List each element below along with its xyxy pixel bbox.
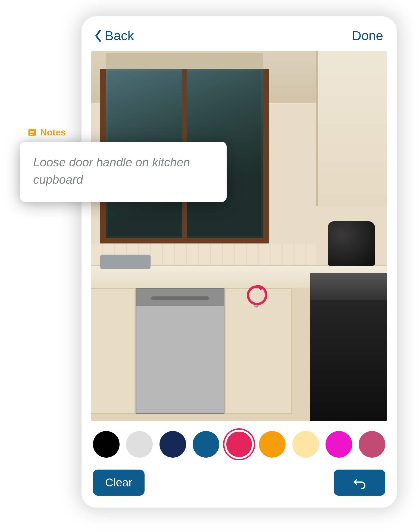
- editor-card: Back Done Clear: [82, 16, 397, 508]
- photo-region: [91, 288, 136, 414]
- color-swatch[interactable]: [160, 431, 186, 458]
- color-swatch[interactable]: [193, 431, 219, 458]
- photo-region: [224, 288, 292, 414]
- photo-region: [310, 273, 387, 421]
- color-swatch[interactable]: [292, 431, 319, 458]
- photo-region: [100, 255, 151, 270]
- clear-label: Clear: [105, 476, 132, 489]
- notes-icon: [27, 128, 37, 137]
- notes-popup[interactable]: Loose door handle on kitchen cupboard: [20, 142, 227, 202]
- photo-canvas[interactable]: [91, 51, 387, 421]
- color-swatch[interactable]: [359, 431, 385, 458]
- notes-tab-label: Notes: [40, 127, 66, 138]
- color-swatch[interactable]: [93, 431, 120, 458]
- top-bar: Back Done: [91, 26, 387, 51]
- done-button[interactable]: Done: [352, 28, 384, 43]
- color-swatch[interactable]: [126, 431, 153, 458]
- chevron-left-icon: [94, 29, 102, 42]
- undo-icon: [352, 476, 367, 490]
- notes-tab[interactable]: Notes: [27, 127, 66, 138]
- clear-button[interactable]: Clear: [93, 470, 145, 496]
- photo-region: [136, 288, 224, 414]
- color-swatch[interactable]: [259, 431, 286, 458]
- bottom-actions: Clear: [91, 460, 387, 496]
- photo-region: [109, 232, 133, 255]
- back-button[interactable]: Back: [94, 28, 134, 43]
- undo-button[interactable]: [334, 470, 385, 496]
- color-swatch[interactable]: [326, 431, 352, 458]
- back-label: Back: [105, 28, 134, 43]
- photo-region: [316, 51, 387, 206]
- photo-region: [328, 221, 375, 266]
- notes-text: Loose door handle on kitchen cupboard: [33, 154, 214, 188]
- color-swatch[interactable]: [226, 431, 252, 458]
- color-palette: [91, 421, 387, 460]
